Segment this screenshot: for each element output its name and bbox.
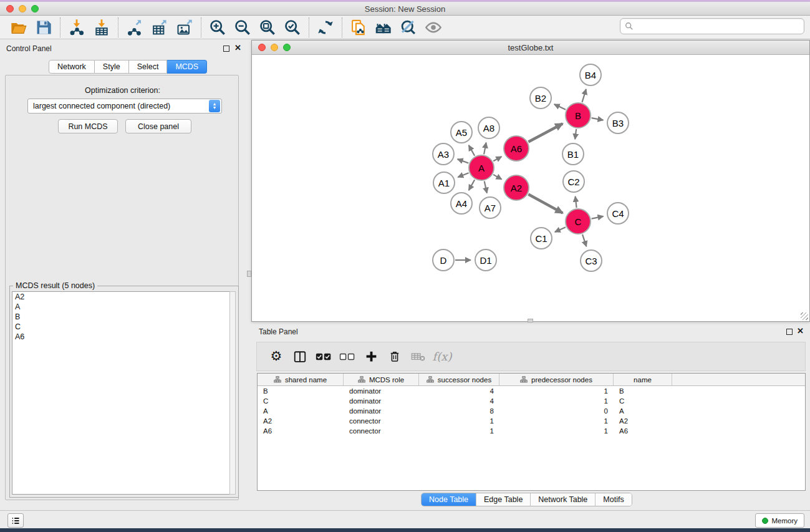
graph-node-D1[interactable]: D1 bbox=[475, 249, 497, 271]
edge-A-A7[interactable] bbox=[485, 181, 487, 193]
edge-C-C4[interactable] bbox=[592, 216, 604, 219]
run-mcds-button[interactable]: Run MCDS bbox=[58, 119, 118, 133]
zoom-selected-button[interactable] bbox=[280, 17, 305, 38]
network-window-titlebar[interactable]: testGlobe.txt bbox=[252, 41, 809, 55]
zoom-in-button[interactable] bbox=[205, 17, 230, 38]
network-view-window[interactable]: testGlobe.txt B4B2BB3A8A5A6A3B1AC2A1A2A4… bbox=[251, 40, 810, 322]
add-column-button[interactable] bbox=[359, 346, 383, 368]
edge-A-A8[interactable] bbox=[484, 143, 486, 155]
graph-node-A2[interactable]: A2 bbox=[503, 175, 529, 201]
mcds-result-item[interactable]: B bbox=[12, 312, 231, 322]
graph-node-A6[interactable]: A6 bbox=[503, 135, 529, 162]
graph-node-B[interactable]: B bbox=[565, 102, 591, 128]
import-table-button[interactable] bbox=[89, 17, 114, 38]
show-all-button[interactable] bbox=[371, 17, 396, 38]
close-panel-icon[interactable]: ✕ bbox=[234, 45, 241, 51]
export-network-button[interactable] bbox=[122, 17, 147, 38]
toggle-graphics-details-button[interactable] bbox=[396, 17, 421, 38]
graph-node-A7[interactable]: A7 bbox=[479, 196, 501, 219]
edge-A-A4[interactable] bbox=[469, 180, 475, 190]
column-header-1[interactable]: MCDS role bbox=[344, 374, 419, 385]
table-row[interactable]: Adominator80A bbox=[258, 406, 805, 416]
criterion-dropdown[interactable]: largest connected component (directed) ▲… bbox=[27, 99, 222, 114]
edge-C-C1[interactable] bbox=[555, 227, 566, 232]
table-row[interactable]: A2connector11A2 bbox=[258, 416, 805, 426]
mcds-result-list[interactable]: A2ABCA6 bbox=[12, 291, 231, 495]
tab-edge-table[interactable]: Edge Table bbox=[476, 493, 530, 506]
edge-A-A6[interactable] bbox=[493, 157, 501, 161]
new-network-button[interactable] bbox=[346, 17, 371, 38]
mcds-result-item[interactable]: A bbox=[12, 302, 231, 312]
apply-layout-button[interactable] bbox=[313, 17, 338, 38]
network-canvas[interactable]: B4B2BB3A8A5A6A3B1AC2A1A2A4A7C4CC1C3DD1 bbox=[252, 55, 809, 321]
zoom-out-button[interactable] bbox=[230, 17, 255, 38]
tab-node-table[interactable]: Node Table bbox=[422, 493, 476, 506]
function-button[interactable]: f(x) bbox=[430, 346, 454, 368]
graph-node-A[interactable]: A bbox=[468, 155, 494, 181]
edge-A-A2[interactable] bbox=[493, 175, 502, 180]
close-table-panel-icon[interactable]: ✕ bbox=[797, 328, 804, 334]
open-session-button[interactable] bbox=[6, 17, 31, 38]
mcds-list-scrollbar[interactable] bbox=[229, 291, 236, 495]
delete-table-button[interactable] bbox=[407, 346, 430, 368]
export-image-button[interactable] bbox=[172, 17, 197, 38]
tab-motifs[interactable]: Motifs bbox=[595, 493, 631, 506]
edge-B-B3[interactable] bbox=[592, 118, 604, 120]
edge-B-B2[interactable] bbox=[554, 104, 566, 110]
table-row[interactable]: A6connector11A6 bbox=[258, 426, 805, 436]
delete-column-button[interactable] bbox=[383, 346, 407, 368]
graph-node-C[interactable]: C bbox=[565, 208, 591, 235]
tab-style[interactable]: Style bbox=[95, 60, 129, 74]
float-panel-icon[interactable] bbox=[223, 46, 229, 52]
graph-node-C3[interactable]: C3 bbox=[580, 249, 602, 272]
tab-network-table[interactable]: Network Table bbox=[530, 493, 595, 506]
graph-node-D[interactable]: D bbox=[432, 249, 455, 271]
mcds-result-item[interactable]: A2 bbox=[12, 292, 231, 302]
app-titlebar[interactable]: Session: New Session bbox=[0, 2, 810, 16]
tab-mcds[interactable]: MCDS bbox=[167, 60, 207, 74]
resize-grip[interactable] bbox=[801, 312, 808, 320]
graph-node-A8[interactable]: A8 bbox=[478, 117, 500, 139]
table-row[interactable]: Cdominator41C bbox=[258, 396, 805, 406]
export-table-button[interactable] bbox=[147, 17, 172, 38]
edge-A-A3[interactable] bbox=[458, 159, 469, 163]
edge-A-A1[interactable] bbox=[458, 173, 468, 177]
show-panels-button[interactable] bbox=[7, 513, 24, 528]
float-table-panel-icon[interactable] bbox=[786, 329, 793, 335]
mcds-result-item[interactable]: A6 bbox=[12, 332, 231, 342]
edge-B-B1[interactable] bbox=[575, 129, 576, 139]
graph-node-B2[interactable]: B2 bbox=[529, 87, 552, 109]
graph-node-A5[interactable]: A5 bbox=[450, 121, 473, 143]
search-input[interactable] bbox=[634, 20, 804, 32]
graph-node-C1[interactable]: C1 bbox=[530, 227, 552, 249]
edge-B-B4[interactable] bbox=[582, 89, 586, 102]
graph-node-A3[interactable]: A3 bbox=[432, 143, 455, 165]
horizontal-splitter-thumb[interactable] bbox=[528, 319, 533, 322]
table-row[interactable]: Bdominator41B bbox=[258, 386, 805, 396]
tab-select[interactable]: Select bbox=[129, 60, 168, 74]
edge-A6-B[interactable] bbox=[528, 123, 562, 142]
gear-button[interactable]: ⚙ bbox=[264, 346, 288, 368]
column-header-4[interactable]: name bbox=[614, 374, 672, 385]
vertical-splitter-thumb[interactable] bbox=[247, 271, 251, 277]
graph-node-C2[interactable]: C2 bbox=[562, 170, 585, 193]
search-box[interactable] bbox=[620, 18, 804, 34]
save-session-button[interactable] bbox=[31, 17, 56, 38]
column-header-3[interactable]: predecessor nodes bbox=[499, 374, 614, 385]
close-panel-button[interactable]: Close panel bbox=[125, 119, 191, 133]
memory-button[interactable]: Memory bbox=[755, 513, 804, 528]
column-header-0[interactable]: shared name bbox=[258, 374, 344, 385]
edge-A2-C[interactable] bbox=[528, 195, 562, 213]
graph-node-A4[interactable]: A4 bbox=[450, 192, 473, 215]
tab-network[interactable]: Network bbox=[49, 60, 95, 74]
column-header-2[interactable]: successor nodes bbox=[419, 374, 499, 385]
graph-node-A1[interactable]: A1 bbox=[433, 172, 455, 194]
import-network-button[interactable] bbox=[64, 17, 89, 38]
deselect-all-button[interactable] bbox=[335, 346, 359, 368]
zoom-fit-button[interactable] bbox=[255, 17, 280, 38]
edge-C-C2[interactable] bbox=[576, 196, 577, 208]
graph-node-B3[interactable]: B3 bbox=[607, 112, 629, 134]
graph-node-C4[interactable]: C4 bbox=[607, 202, 629, 225]
edge-A-A5[interactable] bbox=[469, 145, 475, 156]
split-panes-button[interactable] bbox=[288, 346, 312, 368]
